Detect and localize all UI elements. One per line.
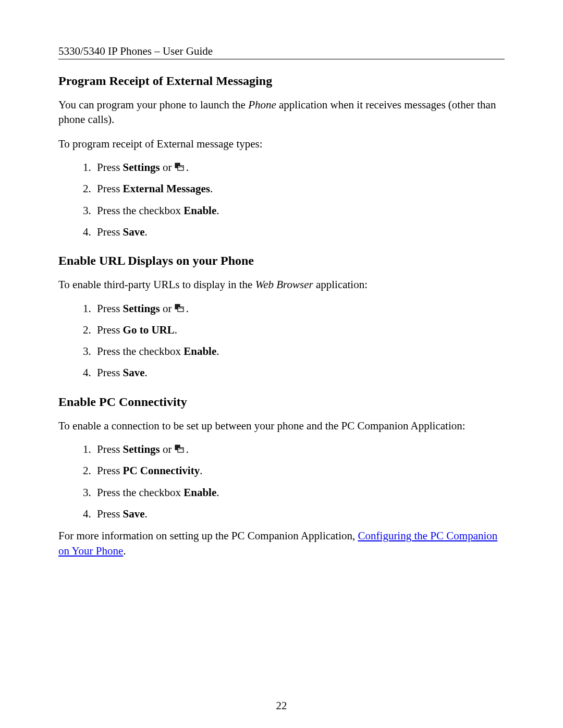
- text: .: [216, 204, 219, 217]
- bold-text: Go to URL: [123, 324, 175, 336]
- text: .: [145, 366, 148, 379]
- list-item: Press Go to URL.: [94, 323, 505, 337]
- text: To enable third-party URLs to display in…: [58, 278, 255, 291]
- text: or: [160, 443, 175, 455]
- bold-text: Save: [123, 366, 145, 379]
- text: Press: [97, 508, 123, 520]
- text: Press: [97, 464, 123, 477]
- bold-text: Settings: [123, 161, 160, 174]
- list-item: Press Save.: [94, 507, 505, 521]
- text: or: [160, 302, 175, 315]
- text: For more information on setting up the P…: [58, 529, 358, 542]
- text: Press: [97, 182, 123, 195]
- list-item: Press Save.: [94, 225, 505, 239]
- text: Press: [97, 443, 123, 455]
- bold-text: Enable: [183, 486, 216, 499]
- bold-text: Save: [123, 226, 145, 238]
- text: .: [145, 226, 148, 238]
- bold-text: Save: [123, 508, 145, 520]
- list-item: Press the checkbox Enable.: [94, 486, 505, 500]
- bold-text: Enable: [183, 204, 216, 217]
- italic-text: Web Browser: [255, 278, 313, 291]
- list-item: Press the checkbox Enable.: [94, 344, 505, 359]
- text: .: [200, 464, 202, 477]
- text: or: [160, 161, 175, 174]
- paragraph: For more information on setting up the P…: [58, 528, 505, 558]
- text: Press the checkbox: [97, 345, 183, 357]
- ordered-list: Press Settings or . Press Go to URL. Pre…: [58, 302, 505, 380]
- list-item: Press Save.: [94, 366, 505, 380]
- list-item: Press Settings or .: [94, 302, 505, 316]
- paragraph: To program receipt of External message t…: [58, 137, 505, 151]
- paragraph: To enable third-party URLs to display in…: [58, 277, 505, 292]
- text: You can program your phone to launch the: [58, 98, 248, 111]
- paragraph: You can program your phone to launch the…: [58, 97, 505, 127]
- heading-enable-url: Enable URL Displays on your Phone: [58, 254, 505, 268]
- text: Press: [97, 302, 123, 315]
- text: .: [210, 182, 213, 195]
- bold-text: Settings: [123, 443, 160, 455]
- list-item: Press Settings or .: [94, 161, 505, 175]
- list-item: Press Settings or .: [94, 442, 505, 456]
- text: .: [175, 324, 177, 336]
- text: .: [186, 443, 189, 455]
- text: Press: [97, 161, 123, 174]
- bold-text: Enable: [183, 345, 216, 357]
- heading-program-receipt: Program Receipt of External Messaging: [58, 74, 505, 88]
- text: .: [186, 161, 189, 174]
- italic-text: Phone: [248, 98, 276, 111]
- bold-text: Settings: [123, 302, 160, 315]
- list-item: Press the checkbox Enable.: [94, 204, 505, 218]
- text: Press: [97, 324, 123, 336]
- bold-text: PC Connectivity: [123, 464, 200, 477]
- svg-rect-3: [178, 307, 183, 312]
- applications-icon: [175, 304, 186, 314]
- bold-text: External Messages: [123, 182, 210, 195]
- running-header: 5330/5340 IP Phones – User Guide: [58, 45, 505, 58]
- heading-enable-pc: Enable PC Connectivity: [58, 395, 505, 409]
- text: application:: [313, 278, 368, 291]
- text: Press: [97, 366, 123, 379]
- applications-icon: [175, 163, 186, 173]
- page: 5330/5340 IP Phones – User Guide Program…: [0, 0, 563, 728]
- text: .: [186, 302, 189, 315]
- text: Press the checkbox: [97, 204, 183, 217]
- svg-rect-5: [178, 448, 183, 452]
- text: Press the checkbox: [97, 486, 183, 499]
- text: .: [145, 508, 148, 520]
- applications-icon: [175, 445, 186, 455]
- paragraph: To enable a connection to be set up betw…: [58, 418, 505, 433]
- text: Press: [97, 226, 123, 238]
- ordered-list: Press Settings or . Press PC Connectivit…: [58, 442, 505, 521]
- header-rule: [58, 59, 505, 59]
- list-item: Press External Messages.: [94, 182, 505, 196]
- svg-rect-1: [178, 166, 183, 170]
- text: .: [216, 486, 219, 499]
- page-number: 22: [0, 699, 563, 712]
- text: .: [123, 545, 126, 557]
- ordered-list: Press Settings or . Press External Messa…: [58, 161, 505, 239]
- list-item: Press PC Connectivity.: [94, 464, 505, 478]
- text: .: [216, 345, 219, 357]
